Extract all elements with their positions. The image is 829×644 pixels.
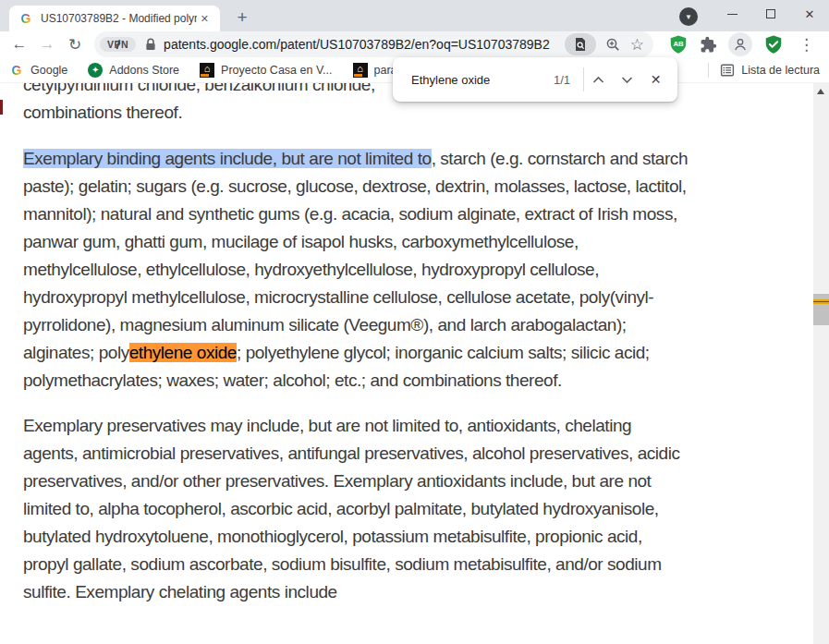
extensions-puzzle-icon[interactable] <box>700 36 717 54</box>
overlay-caret-button[interactable]: ▼ <box>679 7 698 26</box>
bookmark-item[interactable]: ✦Addons Store <box>88 63 179 78</box>
bookmark-item[interactable]: ⌂Proyecto Casa en V... <box>200 63 332 78</box>
window-controls: ✕ <box>713 0 829 28</box>
text-segment: , starch (e.g. cornstarch and starch pas… <box>23 149 688 362</box>
minimize-button[interactable] <box>713 0 751 28</box>
text-segment: cetylpyridinium chloride, benzalkonium c… <box>23 83 375 94</box>
maximize-button[interactable] <box>751 0 790 28</box>
casa-icon: ⌂ <box>200 63 214 78</box>
bookmark-label: Proyecto Casa en V... <box>221 64 332 77</box>
page-viewport[interactable]: cetylpyridinium chloride, benzalkonium c… <box>0 83 829 644</box>
bookmark-item[interactable]: GGoogle <box>9 63 67 78</box>
bookmarks-divider <box>708 63 709 78</box>
patent-text-content: cetylpyridinium chloride, benzalkonium c… <box>23 83 690 606</box>
text-segment: combinations thereof. <box>23 103 182 122</box>
reload-button[interactable]: ↻ <box>63 35 87 55</box>
paragraph-intro: combinations thereof. <box>23 99 690 127</box>
find-next-button[interactable] <box>613 66 641 93</box>
find-match-count: 1/1 <box>554 73 570 87</box>
browser-menu-icon[interactable]: ⋮ <box>795 35 818 55</box>
vertical-scrollbar[interactable] <box>813 83 829 644</box>
profile-avatar[interactable] <box>728 32 752 56</box>
close-icon: ✕ <box>805 7 815 21</box>
tab-close-icon[interactable]: ✕ <box>197 11 213 27</box>
navigation-toolbar: ← → ↻ VPN patents.google.com/patent/US10… <box>0 31 829 57</box>
browser-tab[interactable]: G US10703789B2 - Modified polynu ✕ <box>9 6 220 31</box>
forward-button[interactable]: → <box>35 35 59 54</box>
chevron-up-icon <box>592 76 604 84</box>
adblock-extension-icon[interactable]: AB <box>668 34 689 55</box>
find-previous-button[interactable] <box>584 66 613 93</box>
browser-window: G US10703789B2 - Modified polynu ✕ + ▼ ✕… <box>0 0 829 644</box>
scrollbar-up-arrow-icon[interactable] <box>817 89 824 94</box>
maximize-icon <box>766 9 775 18</box>
minimize-icon <box>727 14 738 15</box>
vpn-extension-badge[interactable]: VPN <box>100 37 136 52</box>
bookmarks-items: GGoogle✦Addons Store⌂Proyecto Casa en V.… <box>9 63 426 78</box>
find-close-icon: ✕ <box>651 72 662 87</box>
paragraph-binding-agents: Exemplary binding agents include, but ar… <box>23 145 690 395</box>
bookmark-star-icon[interactable]: ☆ <box>630 35 644 55</box>
left-edge-marker <box>0 100 3 115</box>
bookmark-label: Google <box>30 64 67 77</box>
paragraph-preservatives: Exemplary preservatives may include, but… <box>23 412 690 606</box>
security-shield-icon[interactable] <box>763 34 784 55</box>
text-segment: Exemplary preservatives may include, but… <box>23 416 680 601</box>
chevron-down-icon <box>621 76 633 84</box>
new-tab-button[interactable]: + <box>231 7 253 28</box>
find-query-input[interactable]: Ethylene oxide <box>411 73 554 87</box>
addons-store-icon: ✦ <box>88 63 103 78</box>
lock-icon[interactable] <box>145 38 156 51</box>
find-in-page-bar[interactable]: Ethylene oxide 1/1 ✕ <box>393 57 677 102</box>
omnibox-actions: ☆ <box>565 33 648 55</box>
close-button[interactable]: ✕ <box>790 0 829 28</box>
reading-list-icon <box>720 63 735 78</box>
casa-icon: ⌂ <box>353 63 368 78</box>
svg-text:AB: AB <box>673 40 684 48</box>
google-g-icon: G <box>9 63 24 78</box>
google-favicon-icon: G <box>18 11 33 26</box>
scrollbar-find-match-marker <box>813 299 829 304</box>
zoom-icon[interactable] <box>605 37 621 53</box>
bookmark-label: Addons Store <box>109 64 179 77</box>
back-button[interactable]: ← <box>7 35 31 54</box>
find-in-page-indicator[interactable] <box>565 33 596 55</box>
person-icon <box>732 36 749 53</box>
address-bar[interactable]: VPN patents.google.com/patent/US10703789… <box>94 31 653 57</box>
tab-title: US10703789B2 - Modified polynu <box>41 12 197 25</box>
reading-list-button[interactable]: Lista de lectura <box>720 63 820 78</box>
url-text[interactable]: patents.google.com/patent/US10703789B2/e… <box>164 37 565 52</box>
title-bar: G US10703789B2 - Modified polynu ✕ + ▼ ✕ <box>0 0 829 31</box>
reading-list-label: Lista de lectura <box>741 64 820 77</box>
extensions-area: AB ⋮ <box>661 32 822 56</box>
selection-highlight: Exemplary binding agents include, but ar… <box>23 149 432 168</box>
find-match-highlight: ethylene oxide <box>129 343 237 362</box>
doc-search-icon <box>574 37 587 52</box>
find-close-button[interactable]: ✕ <box>641 66 670 93</box>
